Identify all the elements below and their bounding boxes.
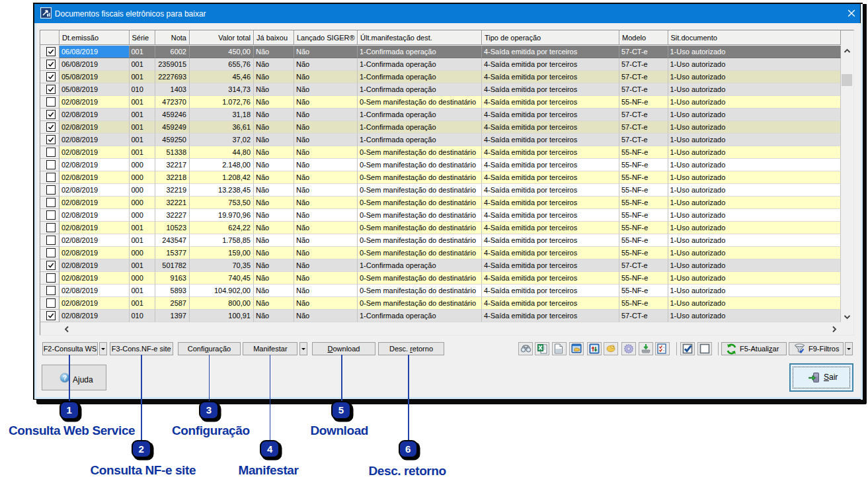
- svg-text:?: ?: [63, 375, 67, 382]
